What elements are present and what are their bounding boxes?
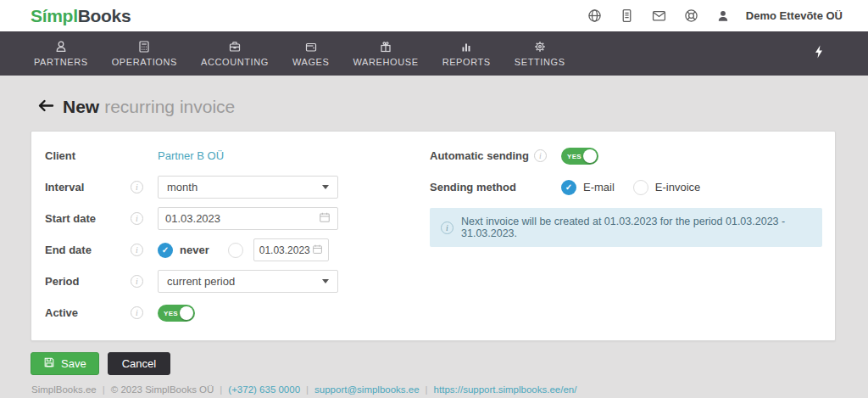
footer-separator: | bbox=[220, 384, 222, 395]
period-select[interactable]: current period bbox=[158, 270, 338, 293]
info-icon[interactable]: i bbox=[534, 149, 547, 162]
footer-phone-link[interactable]: (+372) 635 0000 bbox=[228, 384, 300, 395]
footer-email-link[interactable]: support@simplbooks.ee bbox=[314, 384, 420, 395]
active-toggle[interactable]: YES bbox=[158, 305, 195, 322]
user-icon[interactable] bbox=[716, 8, 731, 23]
info-icon[interactable]: i bbox=[131, 306, 143, 319]
period-label: Period bbox=[45, 275, 131, 288]
envelope-icon[interactable] bbox=[652, 8, 666, 23]
nav-label: PARTNERS bbox=[34, 57, 88, 67]
action-buttons: Save Cancel bbox=[31, 352, 868, 375]
active-row: Active i YES bbox=[45, 297, 430, 328]
footer-support-url-link[interactable]: https://support.simplbooks.ee/en/ bbox=[434, 384, 577, 395]
period-value: current period bbox=[167, 275, 235, 288]
save-button-label: Save bbox=[61, 357, 86, 370]
nav-label: WAGES bbox=[292, 57, 330, 67]
form-column-left: Client i Partner B OÜ Interval i month S… bbox=[45, 140, 430, 328]
sending-method-einvoice-label[interactable]: E-invoice bbox=[655, 181, 700, 193]
nav-item-settings[interactable]: SETTINGS bbox=[503, 31, 577, 76]
start-date-input[interactable]: 01.03.2023 bbox=[158, 207, 338, 230]
sending-method-einvoice-radio[interactable] bbox=[633, 180, 648, 195]
lightning-icon bbox=[814, 45, 824, 62]
support-icon[interactable] bbox=[684, 8, 698, 23]
save-icon bbox=[43, 356, 61, 371]
toggle-knob bbox=[583, 149, 597, 163]
client-label: Client bbox=[45, 149, 131, 162]
end-date-input[interactable]: 01.03.2023 bbox=[253, 238, 329, 261]
sending-method-email-label[interactable]: E-mail bbox=[583, 181, 615, 193]
nav-label: ACCOUNTING bbox=[201, 57, 269, 67]
reports-icon bbox=[459, 40, 473, 57]
nav-item-warehouse[interactable]: WAREHOUSE bbox=[342, 31, 431, 76]
footer-separator: | bbox=[103, 384, 105, 395]
nav-label: OPERATIONS bbox=[112, 57, 177, 67]
wages-icon bbox=[304, 40, 318, 57]
page-title-row: Newrecurring invoice bbox=[37, 95, 868, 119]
nav-label: REPORTS bbox=[442, 57, 491, 67]
sending-method-row: Sending method i ✓ E-mail E-invoice bbox=[430, 171, 822, 203]
nav-item-operations[interactable]: OPERATIONS bbox=[100, 31, 189, 76]
automatic-sending-toggle[interactable]: YES bbox=[561, 148, 598, 165]
footer-separator: | bbox=[306, 384, 309, 395]
topbar: SímplBooks Demo bbox=[0, 0, 868, 31]
main-navbar: PARTNERS OPERATIONS ACCOUNTING WAGES bbox=[0, 31, 868, 76]
back-arrow-icon bbox=[37, 98, 54, 116]
start-date-row: Start date i 01.03.2023 bbox=[45, 203, 430, 234]
info-icon[interactable]: i bbox=[131, 181, 143, 193]
footer-site[interactable]: SimplBooks.ee bbox=[31, 384, 97, 395]
active-label: Active bbox=[45, 306, 131, 319]
end-date-never-radio[interactable]: ✓ bbox=[158, 243, 173, 258]
info-icon[interactable]: i bbox=[131, 275, 143, 288]
period-row: Period i current period bbox=[45, 266, 430, 297]
nav-item-accounting[interactable]: ACCOUNTING bbox=[189, 31, 281, 76]
topbar-right: Demo Ettevõte OÜ bbox=[570, 8, 843, 23]
simplbooks-logo[interactable]: SímplBooks bbox=[31, 6, 131, 26]
interval-value: month bbox=[167, 181, 198, 193]
chevron-down-icon bbox=[322, 185, 329, 189]
chevron-down-icon bbox=[322, 279, 329, 283]
calendar-icon bbox=[312, 244, 323, 257]
page-title-bold: New bbox=[63, 97, 99, 116]
warehouse-icon bbox=[379, 40, 392, 57]
client-row: Client i Partner B OÜ bbox=[45, 140, 430, 171]
sending-method-email-radio[interactable]: ✓ bbox=[561, 180, 576, 195]
end-date-value: 01.03.2023 bbox=[259, 244, 310, 256]
nav-item-wages[interactable]: WAGES bbox=[281, 31, 342, 76]
account-name[interactable]: Demo Ettevõte OÜ bbox=[746, 9, 843, 22]
quick-actions-button[interactable] bbox=[814, 31, 824, 76]
logo-text-dark: Books bbox=[78, 6, 131, 25]
start-date-label: Start date bbox=[45, 212, 131, 225]
save-button[interactable]: Save bbox=[31, 352, 99, 375]
info-icon[interactable]: i bbox=[131, 244, 143, 256]
end-date-label: End date bbox=[45, 244, 131, 256]
cancel-button[interactable]: Cancel bbox=[108, 352, 170, 375]
nav-item-reports[interactable]: REPORTS bbox=[431, 31, 503, 76]
nav-label: WAREHOUSE bbox=[353, 57, 419, 67]
end-date-row: End date i ✓ never 01.03.2023 bbox=[45, 234, 430, 266]
page-title-rest: recurring invoice bbox=[104, 97, 235, 116]
info-icon[interactable]: i bbox=[131, 212, 143, 225]
partners-icon bbox=[54, 40, 68, 57]
toggle-on-label: YES bbox=[567, 153, 581, 160]
interval-select[interactable]: month bbox=[158, 176, 338, 199]
cancel-button-label: Cancel bbox=[122, 357, 156, 370]
footer-separator: | bbox=[426, 384, 428, 395]
document-icon[interactable] bbox=[620, 8, 634, 23]
client-link[interactable]: Partner B OÜ bbox=[158, 149, 224, 162]
next-invoice-notice: i Next invoice will be created at 01.03.… bbox=[430, 208, 822, 247]
form-column-right: Automatic sending i YES Sending method i… bbox=[430, 140, 835, 328]
logo-text-green: Símpl bbox=[31, 6, 78, 25]
interval-label: Interval bbox=[45, 181, 131, 193]
calendar-icon bbox=[319, 211, 331, 226]
footer: SimplBooks.ee|© 2023 SimplBooks OÜ|(+372… bbox=[31, 384, 868, 395]
nav-label: SETTINGS bbox=[515, 57, 565, 67]
nav-item-partners[interactable]: PARTNERS bbox=[22, 31, 100, 76]
automatic-sending-label: Automatic sending bbox=[430, 149, 534, 162]
end-date-date-radio[interactable] bbox=[228, 243, 243, 258]
back-button[interactable] bbox=[37, 98, 54, 116]
end-date-never-label[interactable]: never bbox=[180, 244, 209, 256]
globe-icon[interactable] bbox=[587, 8, 602, 23]
recurring-invoice-form: Client i Partner B OÜ Interval i month S… bbox=[31, 131, 836, 341]
toggle-knob bbox=[180, 306, 193, 320]
page-title: Newrecurring invoice bbox=[63, 97, 235, 117]
